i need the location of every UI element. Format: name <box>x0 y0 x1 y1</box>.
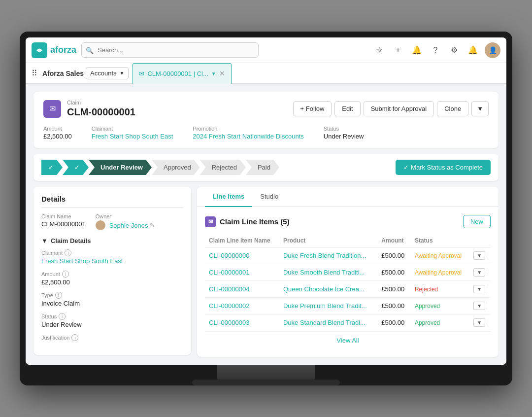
claimant-info-icon[interactable]: i <box>65 249 71 256</box>
line-item-id-1[interactable]: CLI-00000001 <box>209 269 249 276</box>
line-item-product-2: Queen Chocolate Ice Crea... <box>279 281 377 298</box>
amount-value: £2,500.00 <box>43 133 72 140</box>
grid-icon[interactable]: ⠿ <box>32 69 37 78</box>
edit-owner-icon[interactable]: ✎ <box>150 222 155 229</box>
table-row: CLI-00000001 Duke Smooth Blend Traditi..… <box>205 264 491 281</box>
line-item-id-2[interactable]: CLI-00000004 <box>209 285 249 293</box>
search-container: 🔍 <box>81 42 259 58</box>
line-item-dropdown-3[interactable]: ▼ <box>473 302 485 310</box>
col-header-amount: Amount <box>377 234 411 247</box>
type-field-value: Invoice Claim <box>41 300 80 307</box>
line-item-amount-1: £500.00 <box>377 264 411 281</box>
claim-details-section: ▼ Claim Details <box>41 237 183 244</box>
search-input[interactable] <box>81 42 259 58</box>
line-items-table: Claim Line Item Name Product Amount Stat… <box>205 234 491 331</box>
table-row: CLI-00000000 Duke Fresh Blend Tradition.… <box>205 247 491 264</box>
add-icon[interactable]: ＋ <box>391 43 405 57</box>
tab-line-items[interactable]: Line Items <box>205 187 252 207</box>
status-field-row: Status i Under Review ✎ <box>41 313 183 328</box>
type-info-icon[interactable]: i <box>55 292 62 299</box>
claim-details-label: Claim Details <box>51 237 91 244</box>
pipeline-step-rejected[interactable]: Rejected <box>200 160 246 175</box>
claimant-label: Claimant <box>92 126 173 132</box>
line-item-dropdown-1[interactable]: ▼ <box>473 268 485 277</box>
status-value: Under Review <box>324 133 364 140</box>
claimant-link[interactable]: Fresh Start Shop South East <box>92 133 173 140</box>
table-row: CLI-00000003 Duke Standard Blend Tradi..… <box>205 314 491 331</box>
tab-label: CLM-00000001 | Cl... <box>147 70 208 77</box>
status-field-value: Under Review <box>41 321 82 328</box>
record-id: CLM-00000001 <box>67 106 135 118</box>
tab-envelope-icon: ✉ <box>139 70 144 77</box>
app-title: Aforza Sales <box>42 70 84 77</box>
pipeline-step-2[interactable]: ✓ <box>63 160 89 175</box>
submit-approval-button[interactable]: Submit for Approval <box>364 101 434 116</box>
star-icon[interactable]: ☆ <box>372 43 386 57</box>
claimant-field-label: Claimant <box>41 250 63 256</box>
new-line-item-button[interactable]: New <box>463 215 491 228</box>
bell-icon[interactable]: 🔔 <box>410 43 424 57</box>
user-avatar[interactable]: 👤 <box>485 42 500 58</box>
promotion-label: Promotion <box>193 126 303 132</box>
claimant-field-row: Claimant i Fresh Start Shop South East ✎ <box>41 249 183 265</box>
mark-complete-button[interactable]: ✓ Mark Status as Complete <box>396 160 491 175</box>
col-header-product: Product <box>279 234 377 247</box>
line-item-dropdown-2[interactable]: ▼ <box>473 285 485 293</box>
pipeline-step-1[interactable]: ✓ <box>41 160 63 175</box>
line-item-dropdown-0[interactable]: ▼ <box>473 251 485 260</box>
clone-button[interactable]: Clone <box>437 101 468 116</box>
chevron-down-icon: ▼ <box>120 70 125 76</box>
edit-button[interactable]: Edit <box>334 101 360 116</box>
record-header: ✉ Claim CLM-00000001 + Follow Edit Submi… <box>33 92 499 148</box>
pipeline-step-approved[interactable]: Approved <box>152 160 200 175</box>
line-item-status-1: Awaiting Approval <box>411 264 469 281</box>
claim-name-label: Claim Name <box>41 213 86 219</box>
col-header-status: Status <box>411 234 469 247</box>
amount-label: Amount <box>43 126 72 132</box>
settings-icon[interactable]: ⚙ <box>447 43 461 57</box>
table-row: CLI-00000002 Duke Premium Blend Tradit..… <box>205 298 491 314</box>
status-label: Status <box>324 126 364 132</box>
details-panel-title: Details <box>41 195 183 208</box>
record-tab[interactable]: ✉ CLM-00000001 | Cl... ▼ ✕ <box>133 63 231 84</box>
col-header-name: Claim Line Item Name <box>205 234 279 247</box>
status-info-icon[interactable]: i <box>59 313 66 320</box>
tab-bar: Line Items Studio <box>197 187 499 207</box>
collapse-icon[interactable]: ▼ <box>41 237 48 244</box>
promotion-link[interactable]: 2024 Fresh Start Nationwide Discounts <box>193 133 303 140</box>
pipeline-step-under-review[interactable]: Under Review <box>89 160 152 175</box>
help-icon[interactable]: ? <box>429 43 442 57</box>
app-logo-text: aforza <box>50 45 76 55</box>
line-items-title: Claim Line Items (5) <box>220 217 290 226</box>
line-item-id-4[interactable]: CLI-00000003 <box>209 319 249 326</box>
amount-info-icon[interactable]: i <box>62 271 69 278</box>
line-item-amount-0: £500.00 <box>377 247 411 264</box>
more-actions-button[interactable]: ▼ <box>471 101 489 116</box>
line-item-status-3: Approved <box>411 298 469 314</box>
line-item-dropdown-4[interactable]: ▼ <box>473 318 485 327</box>
pipeline-step-paid[interactable]: Paid <box>246 160 279 175</box>
justification-field-label: Justification <box>41 335 69 341</box>
line-item-product-1: Duke Smooth Blend Traditi... <box>279 264 377 281</box>
follow-button[interactable]: + Follow <box>293 101 332 116</box>
tab-studio[interactable]: Studio <box>252 187 286 207</box>
line-item-id-3[interactable]: CLI-00000002 <box>209 302 249 310</box>
line-item-id-0[interactable]: CLI-00000000 <box>209 252 249 259</box>
claimant-field-value[interactable]: Fresh Start Shop South East <box>41 257 123 265</box>
tab-close-icon[interactable]: ✕ <box>219 70 225 77</box>
line-item-product-3: Duke Premium Blend Tradit... <box>279 298 377 314</box>
line-items-icon: ✉ <box>205 216 216 227</box>
view-all-link[interactable]: View All <box>205 331 491 349</box>
owner-label: Owner <box>96 213 155 219</box>
app-logo[interactable]: aforza <box>32 42 76 58</box>
owner-link[interactable]: Sophie Jones <box>109 222 148 229</box>
tab-chevron-icon: ▼ <box>211 71 216 76</box>
amount-field-label: Amount <box>41 271 60 277</box>
notification-icon[interactable]: 🔔 <box>466 43 480 57</box>
justification-info-icon[interactable]: i <box>71 334 78 341</box>
amount-field-row: Amount i £2,500.00 ✎ <box>41 271 183 286</box>
breadcrumb-dropdown[interactable]: Accounts ▼ <box>86 67 129 79</box>
line-item-status-4: Approved <box>411 314 469 331</box>
breadcrumb-label: Accounts <box>90 70 116 77</box>
line-item-amount-4: £500.00 <box>377 314 411 331</box>
